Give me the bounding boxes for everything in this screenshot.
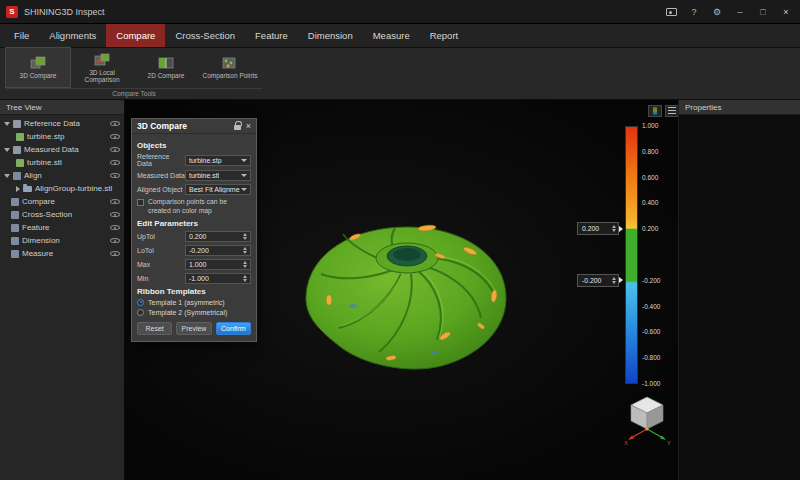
cast-icon[interactable] — [666, 8, 677, 16]
max-input[interactable]: 1.000 — [185, 259, 251, 270]
visibility-eye-icon[interactable] — [110, 145, 120, 154]
spin-up-icon[interactable] — [243, 261, 247, 264]
measure-icon — [11, 250, 19, 258]
tree-label: turbine.stl — [27, 158, 62, 167]
tree-item-cross-section[interactable]: Cross-Section — [0, 208, 124, 221]
menu-report[interactable]: Report — [420, 24, 469, 47]
min-input[interactable]: -1.000 — [185, 273, 251, 284]
colorbar-tick: -0.200 — [642, 277, 660, 284]
menu-measure[interactable]: Measure — [363, 24, 420, 47]
tree-item-reference-data[interactable]: Reference Data — [0, 117, 124, 130]
section-objects: Objects — [137, 141, 251, 150]
minimize-button[interactable]: – — [734, 6, 746, 18]
navigation-cube[interactable]: X Y — [622, 390, 674, 446]
upper-tolerance-value: 0.200 — [582, 225, 599, 232]
visibility-eye-icon[interactable] — [110, 197, 120, 206]
title-bar: S SHINING3D Inspect ? ⚙ – □ × — [0, 0, 800, 24]
confirm-button[interactable]: Confirm — [216, 322, 251, 335]
settings-gear-icon[interactable]: ⚙ — [711, 6, 723, 18]
x-axis — [631, 429, 647, 438]
menu-file[interactable]: File — [4, 24, 39, 47]
caret-right-icon[interactable] — [16, 186, 20, 192]
spin-up-icon[interactable] — [243, 275, 247, 278]
uptol-input[interactable]: 0.200 — [185, 231, 251, 242]
spin-up-icon[interactable] — [243, 247, 247, 250]
y-axis-label: Y — [667, 440, 671, 446]
tool-label: 2D Compare — [146, 72, 187, 79]
dialog-header[interactable]: 3D Compare × — [132, 119, 256, 134]
colorbar-tick: 0.600 — [642, 174, 658, 181]
param-label: LoTol — [137, 247, 185, 254]
3d-viewport[interactable]: 1.000 0.800 0.600 0.400 0.200 -0.200 -0.… — [125, 100, 678, 480]
caret-down-icon[interactable] — [4, 148, 10, 152]
tool-2d-compare[interactable]: 2D Compare — [134, 48, 198, 87]
maximize-button[interactable]: □ — [757, 6, 769, 18]
tree-item-measured-data[interactable]: Measured Data — [0, 143, 124, 156]
menu-dimension[interactable]: Dimension — [298, 24, 363, 47]
chevron-down-icon — [241, 159, 247, 162]
tree-item-feature[interactable]: Feature — [0, 221, 124, 234]
spin-down-icon[interactable] — [612, 229, 616, 232]
comparison-points-checkbox[interactable] — [137, 199, 144, 206]
visibility-eye-icon[interactable] — [110, 132, 120, 141]
cross-section-icon — [11, 211, 19, 219]
colorbar-tick: -0.800 — [642, 354, 660, 361]
caret-down-icon[interactable] — [4, 174, 10, 178]
visibility-eye-icon[interactable] — [110, 223, 120, 232]
colorbar-tick: -0.600 — [642, 328, 660, 335]
spin-up-icon[interactable] — [612, 225, 616, 228]
menu-alignments[interactable]: Alignments — [39, 24, 106, 47]
visibility-eye-icon[interactable] — [110, 210, 120, 219]
tool-comparison-points[interactable]: Comparison Points — [198, 48, 262, 87]
tree-item-dimension[interactable]: Dimension — [0, 234, 124, 247]
deviation-colorbar[interactable] — [625, 126, 638, 384]
tree-item-align[interactable]: Align — [0, 169, 124, 182]
spin-down-icon[interactable] — [612, 281, 616, 284]
visibility-eye-icon[interactable] — [110, 236, 120, 245]
menu-cross-section[interactable]: Cross-Section — [165, 24, 245, 47]
param-label: UpTol — [137, 233, 185, 240]
tool-3d-compare[interactable]: 3D Compare — [6, 48, 70, 87]
menu-compare[interactable]: Compare — [106, 24, 165, 47]
visibility-eye-icon[interactable] — [110, 158, 120, 167]
tree-view-panel: Tree View Reference Data turbine.stp Mea… — [0, 100, 125, 480]
spin-up-icon[interactable] — [243, 233, 247, 236]
display-settings-icon[interactable] — [665, 105, 678, 117]
aligned-object-select[interactable]: Best Fit Alignme — [185, 184, 251, 195]
visibility-eye-icon[interactable] — [110, 249, 120, 258]
tree-item-aligngroup-turbine[interactable]: AlignGroup-turbine.stl — [0, 182, 124, 195]
spin-down-icon[interactable] — [243, 265, 247, 268]
turbine-model[interactable] — [293, 206, 521, 384]
caret-down-icon[interactable] — [4, 122, 10, 126]
spin-down-icon[interactable] — [243, 251, 247, 254]
tree-item-turbine-stl[interactable]: turbine.stl — [0, 156, 124, 169]
tree-item-measure[interactable]: Measure — [0, 247, 124, 260]
lower-tolerance-input[interactable]: -0.200 — [577, 274, 619, 287]
reference-data-select[interactable]: turbine.stp — [185, 155, 251, 166]
lotol-input[interactable]: -0.200 — [185, 245, 251, 256]
measured-data-select[interactable]: turbine.stl — [185, 170, 251, 181]
menu-feature[interactable]: Feature — [245, 24, 298, 47]
preview-button[interactable]: Preview — [176, 322, 211, 335]
upper-tolerance-input[interactable]: 0.200 — [577, 222, 619, 235]
visibility-eye-icon[interactable] — [110, 171, 120, 180]
dialog-title: 3D Compare — [137, 121, 229, 131]
tree-label: Measured Data — [24, 145, 79, 154]
tree-item-turbine-stp[interactable]: turbine.stp — [0, 130, 124, 143]
spin-up-icon[interactable] — [612, 277, 616, 280]
reset-button[interactable]: Reset — [137, 322, 172, 335]
tree-item-compare[interactable]: Compare — [0, 195, 124, 208]
help-icon[interactable]: ? — [688, 6, 700, 18]
properties-panel: Properties — [678, 100, 800, 480]
tool-3d-local-comparison[interactable]: 3D Local Comparison — [70, 48, 134, 87]
spin-down-icon[interactable] — [243, 237, 247, 240]
template2-radio[interactable] — [137, 309, 144, 316]
visibility-eye-icon[interactable] — [110, 119, 120, 128]
template1-radio[interactable] — [137, 299, 144, 306]
ribbon-toolbar: 3D Compare 3D Local Comparison 2D Compar… — [0, 48, 800, 100]
pin-lock-icon[interactable] — [234, 125, 241, 130]
colorbar-toggle-icon[interactable] — [648, 105, 662, 117]
dialog-close-icon[interactable]: × — [246, 122, 251, 131]
spin-down-icon[interactable] — [243, 279, 247, 282]
close-button[interactable]: × — [780, 6, 792, 18]
